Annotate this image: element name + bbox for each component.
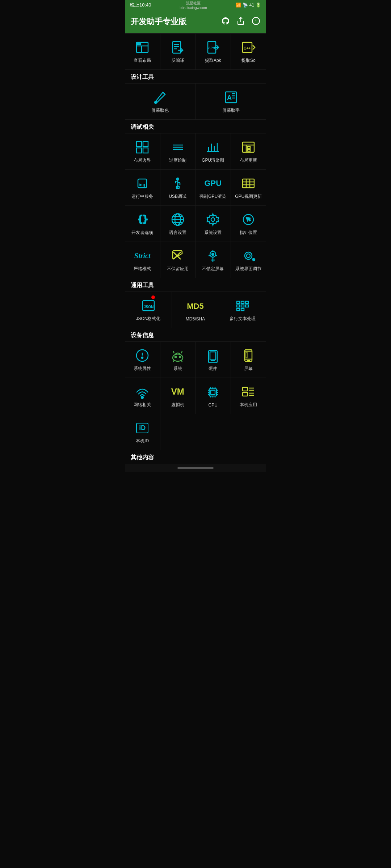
svg-rect-26 — [136, 141, 142, 146]
svg-text:JSON: JSON — [144, 305, 154, 309]
grid-item-json[interactable]: JSON JSON格式化 — [125, 292, 172, 328]
grid-item-ui-adjust[interactable]: 系统界面调节 — [231, 242, 266, 278]
item-label: 系统设置 — [204, 230, 222, 236]
grid-item-pointer[interactable]: 指针位置 — [231, 206, 266, 242]
grid-item-strict-mode[interactable]: Strict 严格模式 — [125, 242, 160, 278]
battery-display: 41 — [249, 3, 254, 8]
grid-item-force-gpu[interactable]: GPU 强制GPU渲染 — [196, 170, 231, 206]
svg-rect-41 — [247, 146, 250, 148]
grid-item-extract-apk[interactable]: APK 提取Apk — [196, 34, 231, 70]
grid-item-color-picker[interactable]: 屏幕取色 — [125, 84, 196, 120]
item-label: 硬件 — [209, 366, 217, 372]
grid-item-md5[interactable]: MD5 MD5/SHA — [172, 292, 219, 328]
svg-rect-27 — [143, 141, 148, 146]
item-label: GPU渲染图 — [202, 157, 224, 163]
grid-item-layout-border[interactable]: 布局边界 — [125, 133, 160, 170]
svg-rect-52 — [243, 179, 254, 188]
item-label: 过度绘制 — [169, 157, 186, 163]
github-icon[interactable] — [221, 17, 230, 27]
text-process-icon — [235, 298, 251, 314]
grid-item-text-process[interactable]: 多行文本处理 — [219, 292, 266, 328]
item-label: 提取Apk — [205, 58, 221, 64]
cpu-icon — [205, 384, 221, 400]
share-icon[interactable] — [236, 17, 245, 27]
grid-item-network[interactable]: 网络相关 — [125, 378, 160, 414]
grid-item-gpu-view[interactable]: GPU视图更新 — [231, 170, 266, 206]
item-label: 查看布局 — [134, 58, 151, 64]
so-icon: C++ — [240, 39, 256, 55]
item-label: 布局更新 — [240, 157, 257, 163]
grid-item-hardware[interactable]: 硬件 — [196, 342, 231, 378]
svg-rect-107 — [211, 390, 215, 395]
system-prop-icon — [134, 348, 150, 363]
item-label: 系统 — [173, 366, 182, 372]
grid-item-gpu-render[interactable]: GPU渲染图 — [196, 133, 231, 170]
svg-rect-121 — [243, 392, 248, 396]
grid-item-view-layout[interactable]: 查看布局 — [125, 34, 160, 70]
item-label: 强制GPU渲染 — [199, 193, 226, 200]
grid-item-vm[interactable]: VM 虚拟机 — [160, 378, 196, 414]
grid-item-dev-options[interactable]: {} 开发者选项 — [125, 206, 160, 242]
system-settings-icon — [205, 212, 221, 227]
android-icon — [170, 348, 186, 363]
layout-icon — [134, 39, 150, 55]
item-label: 不锁定屏幕 — [202, 266, 224, 272]
dev-options-icon: {} — [134, 212, 150, 227]
no-lock-icon — [205, 248, 221, 264]
hardware-icon — [205, 348, 221, 363]
grid-item-running-service[interactable]: ing 运行中服务 — [125, 170, 160, 206]
svg-rect-80 — [245, 301, 248, 303]
language-icon — [170, 212, 186, 227]
grid-item-system-settings[interactable]: 系统设置 — [196, 206, 231, 242]
grid-item-system[interactable]: 系统 — [160, 342, 196, 378]
grid-item-system-prop[interactable]: 系统属性 — [125, 342, 160, 378]
local-app-icon — [240, 384, 256, 400]
device-info-grid: 系统属性 系统 硬件 — [125, 341, 266, 450]
debug-grid: 布局边界 过度绘制 GPU渲染图 — [125, 133, 266, 278]
top-grid: 查看布局 反编译 APK 提取Apk — [125, 33, 266, 70]
network-icon — [134, 384, 150, 400]
item-label: 多行文本处理 — [230, 316, 256, 322]
vm-icon: VM — [170, 384, 186, 400]
grid-item-decompile[interactable]: 反编译 — [160, 34, 196, 70]
decompile-icon — [170, 39, 186, 55]
grid-item-usb-debug[interactable]: USB调试 — [160, 170, 196, 206]
gpu-render-icon — [205, 139, 221, 155]
svg-point-20 — [155, 101, 157, 103]
bottom-navigation — [125, 464, 266, 472]
grid-item-overdraw[interactable]: 过度绘制 — [160, 133, 196, 170]
item-label: 反编译 — [171, 58, 184, 64]
running-service-icon: ing — [134, 175, 150, 191]
grid-item-language[interactable]: 语言设置 — [160, 206, 196, 242]
item-label: 语言设置 — [169, 230, 186, 236]
item-label: 运行中服务 — [131, 193, 153, 200]
grid-item-local-app[interactable]: 本机应用 — [231, 378, 266, 414]
svg-rect-104 — [246, 353, 247, 358]
item-label: GPU视图更新 — [235, 193, 262, 200]
svg-text:C++: C++ — [244, 46, 251, 50]
svg-text:ing: ing — [139, 182, 145, 187]
svg-text:{}: {} — [138, 214, 148, 224]
grid-item-text-extract[interactable]: A 屏幕取字 — [196, 84, 266, 120]
grid-item-no-keep-app[interactable]: 不保留应用 — [160, 242, 196, 278]
info-icon[interactable] — [252, 17, 260, 27]
section-general-tools: 通用工具 — [125, 278, 266, 292]
item-label: 提取So — [241, 58, 256, 64]
item-label: 网络相关 — [134, 402, 151, 408]
svg-rect-85 — [241, 309, 244, 311]
grid-item-extract-so[interactable]: C++ 提取So — [231, 34, 266, 70]
svg-point-105 — [141, 396, 143, 399]
svg-text:A: A — [227, 94, 232, 101]
grid-item-cpu[interactable]: CPU — [196, 378, 231, 414]
svg-rect-84 — [237, 309, 240, 311]
md5-icon: MD5 — [188, 298, 203, 314]
item-label: USB调试 — [169, 193, 186, 200]
item-label: 虚拟机 — [171, 402, 184, 408]
grid-item-device-id[interactable]: iD 本机ID — [125, 414, 160, 450]
grid-item-screen[interactable]: 屏幕 — [231, 342, 266, 378]
section-device-info: 设备信息 — [125, 328, 266, 341]
grid-item-layout-update[interactable]: 布局更新 — [231, 133, 266, 170]
item-label: 严格模式 — [134, 266, 151, 272]
grid-item-no-lock[interactable]: 不锁定屏幕 — [196, 242, 231, 278]
bottom-bar-indicator — [177, 467, 214, 469]
